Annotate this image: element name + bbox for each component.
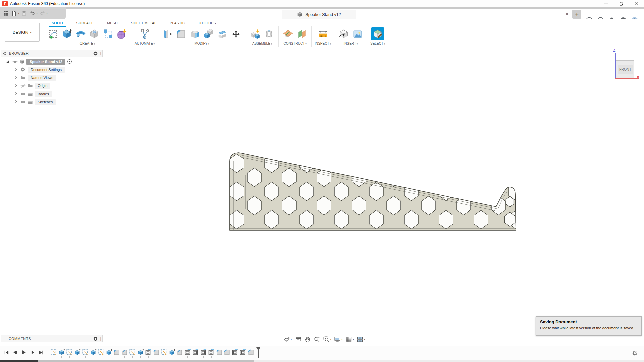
ribbon-tab-plastic[interactable]: PLASTIC — [163, 20, 192, 26]
insert-derive-icon[interactable] — [337, 27, 350, 40]
construction-plane-icon[interactable] — [282, 27, 294, 40]
new-component-icon[interactable] — [249, 27, 262, 40]
browser-item-bodies[interactable]: Bodies — [1, 90, 103, 98]
play-icon[interactable] — [21, 350, 26, 355]
viewcube-front-face[interactable]: FRONT — [618, 65, 633, 74]
measure-icon[interactable] — [317, 27, 329, 40]
dropdown-caret-icon[interactable]: ▾ — [364, 338, 365, 341]
timeline-feature-sketch-11[interactable] — [129, 348, 136, 358]
display-settings-icon[interactable]: ▾ — [334, 336, 343, 343]
rectangular-pattern-icon[interactable] — [102, 27, 114, 40]
timeline-feature-sketch-15[interactable] — [161, 348, 167, 358]
document-tab[interactable]: Speaker Stand v12 — [282, 10, 356, 19]
create-sketch-icon[interactable] — [47, 27, 59, 40]
save-icon[interactable] — [21, 10, 28, 17]
timeline-feature-mirror-25[interactable] — [239, 348, 246, 358]
select-icon[interactable] — [371, 27, 384, 40]
eye-off-icon[interactable] — [20, 83, 26, 88]
hole-icon[interactable] — [88, 27, 101, 40]
timeline-feature-sketch-1[interactable] — [50, 348, 57, 358]
browser-panel-header[interactable]: BROWSER || — [1, 50, 103, 57]
timeline-feature-mirror-13[interactable] — [145, 348, 152, 358]
ribbon-tab-sheet-metal[interactable]: SHEET METAL — [124, 20, 163, 26]
revolve-icon[interactable] — [74, 27, 87, 40]
timeline-feature-fillet-14[interactable] — [153, 348, 160, 358]
browser-item-named-views[interactable]: Named Views — [1, 74, 103, 82]
press-pull-icon[interactable] — [161, 27, 174, 40]
fit-icon[interactable]: ▾ — [323, 336, 332, 343]
browser-root-row[interactable]: Speaker Stand v12 — [1, 58, 103, 66]
timeline-playhead[interactable] — [256, 347, 261, 359]
file-menu-icon[interactable] — [11, 10, 17, 17]
timeline-scroll-thumb[interactable] — [38, 360, 254, 362]
tri-open-icon[interactable] — [5, 59, 11, 64]
file-dropdown-caret-icon[interactable]: ▾ — [18, 12, 19, 15]
timeline-feature-mirror-24[interactable] — [232, 348, 238, 358]
browser-item-sketches[interactable]: Sketches — [1, 98, 103, 106]
folder-icon[interactable] — [28, 83, 33, 88]
browser-item-origin[interactable]: Origin — [1, 82, 103, 90]
browser-item-label[interactable]: Document Settings — [28, 67, 65, 73]
timeline-feature-fillet-26[interactable] — [248, 348, 254, 358]
offset-face-icon[interactable] — [216, 27, 229, 40]
tri-closed-icon[interactable] — [13, 83, 19, 88]
comments-panel-header[interactable]: COMMENTS || — [1, 335, 103, 342]
extrude-icon[interactable] — [60, 27, 73, 40]
group-label-inspect[interactable]: INSPECT▾ — [315, 42, 331, 45]
timeline-scrollbar[interactable] — [0, 360, 644, 362]
undo-icon[interactable] — [29, 10, 36, 17]
skip-start-icon[interactable] — [4, 350, 9, 355]
automate-icon[interactable] — [138, 27, 151, 40]
timeline-feature-fillet-9[interactable] — [113, 348, 120, 358]
skip-end-icon[interactable] — [39, 350, 44, 355]
cube-small-icon[interactable] — [19, 59, 25, 64]
minimize-button[interactable] — [599, 0, 613, 7]
comments-add-icon[interactable] — [93, 337, 98, 341]
timeline-feature-sketch-7[interactable] — [98, 348, 104, 358]
orbit-icon[interactable]: ▾ — [283, 336, 292, 343]
restore-button[interactable] — [614, 0, 628, 7]
tri-closed-icon[interactable] — [13, 99, 19, 105]
group-label-modify[interactable]: MODIFY▾ — [161, 42, 243, 45]
tri-closed-icon[interactable] — [13, 75, 19, 80]
move-copy-icon[interactable] — [230, 27, 243, 40]
timeline-feature-fillet-23[interactable] — [224, 348, 230, 358]
group-label-assemble[interactable]: ASSEMBLE▾ — [249, 42, 275, 45]
speaker-stand-model[interactable] — [229, 150, 521, 232]
viewcube[interactable]: FRONT — [616, 60, 634, 78]
shell-icon[interactable] — [189, 27, 201, 40]
timeline-feature-sketch-5[interactable] — [82, 348, 89, 358]
group-label-create[interactable]: CREATE▾ — [47, 42, 128, 45]
timeline-feature-chamfer-10[interactable] — [121, 348, 128, 358]
timeline-feature-extrude-8[interactable] — [106, 348, 112, 358]
timeline-feature-sketch-3[interactable] — [66, 348, 73, 358]
create-form-icon[interactable] — [115, 27, 128, 40]
timeline-feature-extrude-6[interactable] — [90, 348, 97, 358]
canvas-icon[interactable] — [351, 27, 364, 40]
group-label-automate[interactable]: AUTOMATE▾ — [135, 42, 155, 45]
ribbon-tab-surface[interactable]: SURFACE — [70, 20, 101, 26]
step-forward-icon[interactable] — [30, 350, 35, 355]
tab-close-icon[interactable]: × — [563, 10, 571, 18]
timeline-feature-extrude-4[interactable] — [74, 348, 81, 358]
step-back-icon[interactable] — [13, 350, 17, 355]
pan-icon[interactable] — [304, 336, 311, 343]
timeline-feature-mirror-20[interactable] — [200, 348, 207, 358]
panel-grip[interactable]: || — [100, 52, 101, 55]
target-icon[interactable] — [67, 59, 72, 64]
workspace-selector[interactable]: DESIGN ▾ — [5, 23, 40, 42]
eye-icon[interactable] — [12, 59, 18, 64]
ribbon-tab-solid[interactable]: SOLID — [45, 20, 70, 26]
ribbon-tab-mesh[interactable]: MESH — [100, 20, 124, 26]
undo-dropdown-caret-icon[interactable]: ▾ — [36, 12, 38, 15]
dropdown-caret-icon[interactable]: ▾ — [353, 338, 354, 341]
group-label-insert[interactable]: INSERT▾ — [337, 42, 364, 45]
folder-icon[interactable] — [28, 91, 33, 97]
ribbon-tab-utilities[interactable]: UTILITIES — [192, 20, 223, 26]
look-at-icon[interactable] — [295, 336, 302, 343]
offset-plane-icon[interactable] — [296, 27, 308, 40]
fillet-icon[interactable] — [175, 27, 187, 40]
timeline-feature-mirror-18[interactable] — [184, 348, 191, 358]
redo-icon[interactable] — [39, 10, 46, 17]
tri-closed-icon[interactable] — [13, 67, 19, 72]
